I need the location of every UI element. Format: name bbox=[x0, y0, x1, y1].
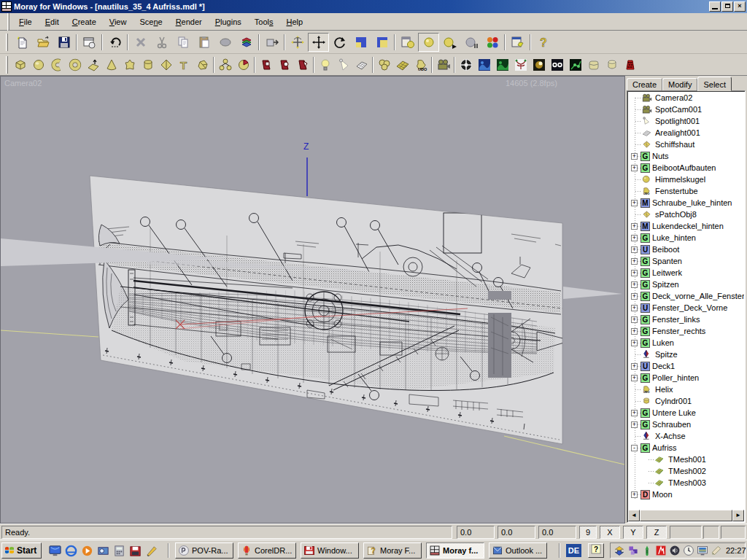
menu-item-file[interactable]: File bbox=[12, 15, 39, 28]
prim-text-button[interactable]: T bbox=[175, 55, 193, 74]
tree-item-Luken[interactable]: +GLuken bbox=[628, 337, 744, 349]
expand-box[interactable]: + bbox=[631, 281, 638, 288]
tex-eyes-button[interactable] bbox=[548, 55, 566, 74]
csg-pie-button[interactable] bbox=[234, 55, 252, 74]
tree-item-Schiffshaut[interactable]: Schiffshaut bbox=[628, 139, 744, 150]
ql-pen-button[interactable] bbox=[144, 544, 158, 558]
tray-display-icon[interactable] bbox=[697, 545, 708, 556]
udo-object-button[interactable]: UDO bbox=[411, 55, 430, 74]
rotate-button[interactable] bbox=[329, 33, 350, 52]
expand-box[interactable]: + bbox=[631, 235, 638, 241]
prim-prism-button[interactable] bbox=[157, 55, 175, 74]
task-coreldr[interactable]: CorelDR... bbox=[238, 542, 296, 559]
expand-box[interactable]: + bbox=[631, 491, 638, 498]
expand-box[interactable]: + bbox=[631, 410, 638, 416]
expand-box[interactable]: + bbox=[631, 200, 638, 206]
tree-item-Fenster_links[interactable]: +GFenster_links bbox=[628, 314, 744, 325]
csg-diff-button[interactable] bbox=[257, 55, 275, 74]
copy-button[interactable] bbox=[172, 33, 193, 52]
tex-molecule-button[interactable] bbox=[566, 55, 584, 74]
tree-item-Schraube_luke_hinten[interactable]: +MSchraube_luke_hinten bbox=[628, 197, 744, 209]
tab-select[interactable]: Select bbox=[697, 77, 732, 91]
delete-button[interactable] bbox=[130, 33, 151, 52]
layers-button[interactable] bbox=[236, 33, 257, 52]
expand-box[interactable]: + bbox=[631, 328, 638, 335]
tree-item-Fenster_rechts[interactable]: +GFenster_rechts bbox=[628, 325, 744, 337]
axis-z-toggle[interactable]: Z bbox=[646, 526, 667, 539]
prim-box-button[interactable] bbox=[11, 55, 29, 74]
ql-ie-button[interactable] bbox=[64, 544, 78, 558]
target-button[interactable] bbox=[457, 55, 475, 74]
task-window[interactable]: Window... bbox=[301, 542, 359, 559]
menu-item-create[interactable]: Create bbox=[66, 15, 103, 28]
tree-item-Luke_hinten[interactable]: +GLuke_hinten bbox=[628, 232, 744, 244]
blob-group-button[interactable] bbox=[375, 55, 393, 74]
tree-item-Lukendeckel_hinten[interactable]: +MLukendeckel_hinten bbox=[628, 220, 744, 232]
tray-clock-icon[interactable] bbox=[683, 545, 694, 556]
expand-box[interactable]: + bbox=[631, 316, 638, 323]
tree-item-Moon[interactable]: +DMoon bbox=[628, 489, 744, 500]
camera-button[interactable] bbox=[434, 55, 452, 74]
expand-box[interactable]: + bbox=[631, 270, 638, 276]
mesh-grid-button[interactable] bbox=[393, 55, 411, 74]
selected-object-small[interactable] bbox=[488, 291, 511, 300]
scroll-right-arrow[interactable]: ► bbox=[732, 510, 744, 521]
menu-item-edit[interactable]: Edit bbox=[39, 15, 66, 28]
zoom-in-button[interactable] bbox=[350, 33, 371, 52]
tray-tablet-icon[interactable] bbox=[711, 545, 722, 556]
cut-button[interactable] bbox=[151, 33, 172, 52]
tree-item-Camera02[interactable]: Camera02 bbox=[628, 92, 744, 104]
menu-grip[interactable] bbox=[7, 13, 9, 31]
light-spot-button[interactable] bbox=[334, 55, 352, 74]
ql-pov-button[interactable] bbox=[128, 544, 142, 558]
grid-toggle-button[interactable]: 9 bbox=[579, 526, 597, 539]
tree-item-TMesh003[interactable]: TMesh003 bbox=[628, 477, 744, 489]
expand-box[interactable]: + bbox=[631, 363, 638, 370]
tree-item-Spitze[interactable]: Spitze bbox=[628, 349, 744, 360]
tray-agent-icon[interactable] bbox=[641, 545, 653, 556]
toolbar2-grip[interactable] bbox=[6, 56, 8, 74]
menu-item-scene[interactable]: Scene bbox=[133, 15, 169, 28]
tree-item-Fenster_Deck_Vorne[interactable]: +UFenster_Deck_Vorne bbox=[628, 302, 744, 314]
tree-item-Beiboot[interactable]: +UBeiboot bbox=[628, 244, 744, 255]
prim-cylinder-button[interactable] bbox=[139, 55, 157, 74]
prim-rock-button[interactable] bbox=[193, 55, 212, 74]
task-morayf[interactable]: Moray f... bbox=[426, 542, 484, 559]
tex-glow-button[interactable] bbox=[530, 55, 548, 74]
tree-item-SpotCam001[interactable]: SpotCam001 bbox=[628, 104, 744, 115]
axis-y-toggle[interactable]: Y bbox=[623, 526, 643, 539]
tab-modify[interactable]: Modify bbox=[662, 78, 697, 91]
render-active-button[interactable] bbox=[418, 33, 439, 52]
tree-item-Spitzen[interactable]: +GSpitzen bbox=[628, 279, 744, 290]
tree-item-TMesh002[interactable]: TMesh002 bbox=[628, 465, 744, 477]
tree-item-Spanten[interactable]: +GSpanten bbox=[628, 255, 744, 267]
language-indicator[interactable]: DE bbox=[566, 544, 581, 557]
expand-box[interactable]: + bbox=[631, 153, 638, 160]
tree-item-X-Achse[interactable]: X-Achse bbox=[628, 430, 744, 442]
export-button[interactable] bbox=[261, 33, 282, 52]
expand-box[interactable]: + bbox=[631, 258, 638, 265]
expand-box[interactable]: + bbox=[631, 421, 638, 428]
tex-blue-button[interactable] bbox=[475, 55, 493, 74]
ql-desktop-button[interactable] bbox=[48, 544, 62, 558]
viewport-camera02[interactable]: Camera02 14605 (2.8fps) bbox=[0, 76, 625, 524]
ql-media-button[interactable] bbox=[80, 544, 94, 558]
scroll-left-arrow[interactable]: ◄ bbox=[628, 510, 640, 521]
tray-update-icon[interactable] bbox=[614, 545, 625, 556]
csg-inter-button[interactable] bbox=[275, 55, 293, 74]
task-outlook[interactable]: Outlook ... bbox=[489, 542, 547, 559]
collapse-box[interactable]: - bbox=[631, 445, 638, 451]
tree-item-Nuts[interactable]: +GNuts bbox=[628, 150, 744, 162]
selected-object-propeller[interactable] bbox=[488, 313, 511, 378]
csg-merge-button[interactable] bbox=[293, 55, 311, 74]
zoom-out-button[interactable] bbox=[371, 33, 392, 52]
start-button[interactable]: Start bbox=[1, 542, 42, 559]
tex-green-button[interactable] bbox=[493, 55, 511, 74]
tray-volume-icon[interactable] bbox=[669, 545, 681, 556]
tree-item-Fenstertube[interactable]: UDOFenstertube bbox=[628, 185, 744, 197]
render-balls-button[interactable] bbox=[481, 33, 503, 52]
tree-item-Cylndr001[interactable]: Cylndr001 bbox=[628, 395, 744, 407]
tray-cubes-icon[interactable] bbox=[627, 545, 639, 556]
menu-item-help[interactable]: Help bbox=[280, 15, 310, 28]
prim-halftorus-button[interactable] bbox=[47, 55, 66, 74]
